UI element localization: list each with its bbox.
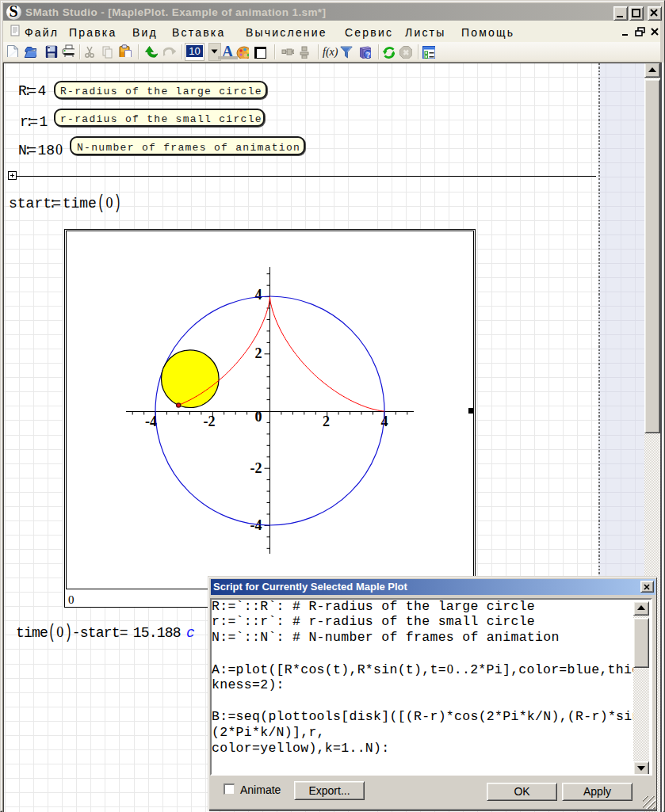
svg-text:-2: -2 [250,460,262,476]
svg-text:0: 0 [68,593,75,606]
svg-text:0: 0 [255,409,262,425]
svg-text:-2: -2 [204,414,216,429]
svg-text:2: 2 [323,414,330,429]
svg-text:4: 4 [255,287,262,303]
svg-text:2: 2 [255,345,262,361]
svg-text:?: ? [366,50,371,59]
